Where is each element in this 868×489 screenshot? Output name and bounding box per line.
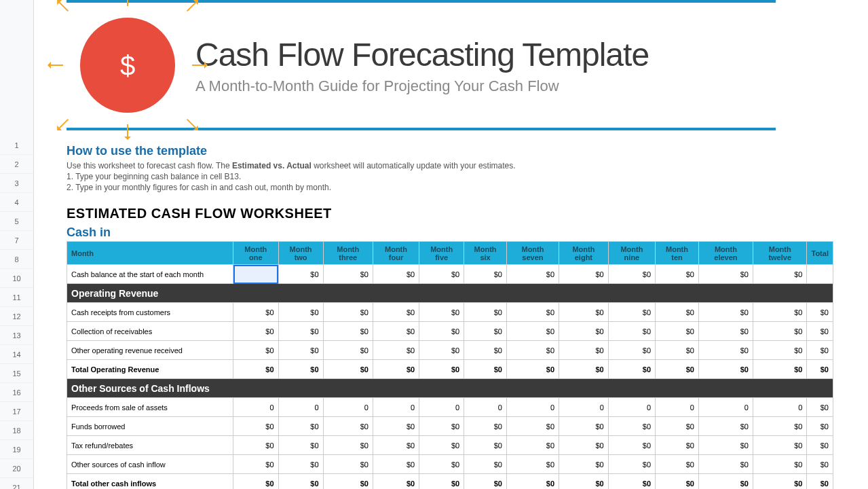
cell[interactable]	[807, 265, 833, 284]
row-number[interactable]: 2	[0, 155, 33, 174]
cell[interactable]: $0	[278, 322, 323, 341]
column-header[interactable]: Month five	[419, 242, 464, 265]
cell[interactable]: $0	[323, 303, 373, 322]
cell[interactable]: $0	[233, 341, 279, 360]
cell[interactable]: $0	[233, 436, 279, 455]
cell[interactable]: $0	[373, 303, 419, 322]
cell[interactable]: $0	[278, 341, 323, 360]
cell[interactable]: 0	[753, 398, 806, 417]
row-number[interactable]: 17	[0, 402, 33, 421]
row-number[interactable]: 3	[0, 174, 33, 193]
cell[interactable]: $0	[419, 265, 464, 284]
cell[interactable]: 0	[608, 398, 655, 417]
cell[interactable]: $0	[464, 341, 507, 360]
cell[interactable]: $0	[559, 303, 609, 322]
cell[interactable]: $0	[698, 417, 753, 436]
cell[interactable]	[233, 265, 279, 284]
cell[interactable]: 0	[559, 398, 609, 417]
cell[interactable]: 0	[373, 398, 419, 417]
cell[interactable]: $0	[419, 474, 464, 490]
cell[interactable]: $0	[373, 341, 419, 360]
cell[interactable]: $0	[373, 417, 419, 436]
cell[interactable]: $0	[559, 322, 609, 341]
cell[interactable]: $0	[608, 360, 655, 379]
row-label[interactable]: Cash balance at the start of each month	[67, 265, 233, 284]
cell[interactable]: $0	[753, 322, 806, 341]
cell[interactable]: $0	[698, 303, 753, 322]
cell[interactable]: $0	[464, 474, 507, 490]
cell[interactable]: $0	[323, 436, 373, 455]
cell[interactable]: $0	[807, 455, 833, 474]
row-number[interactable]: 12	[0, 307, 33, 326]
cell[interactable]: 0	[656, 398, 699, 417]
cell[interactable]: $0	[559, 360, 609, 379]
row-label[interactable]: Cash receipts from customers	[67, 303, 233, 322]
cell[interactable]: $0	[464, 303, 507, 322]
cell[interactable]: $0	[464, 322, 507, 341]
cell[interactable]: $0	[698, 474, 753, 490]
cell[interactable]: $0	[278, 436, 323, 455]
cell[interactable]: $0	[419, 341, 464, 360]
cell[interactable]: $0	[506, 455, 559, 474]
cell[interactable]: $0	[373, 436, 419, 455]
cell[interactable]: $0	[419, 417, 464, 436]
row-number[interactable]: 13	[0, 326, 33, 345]
cell[interactable]: $0	[506, 360, 559, 379]
cell[interactable]: $0	[698, 341, 753, 360]
column-header[interactable]: Month one	[233, 242, 279, 265]
cell[interactable]: $0	[656, 265, 699, 284]
row-number[interactable]: 8	[0, 250, 33, 269]
row-number[interactable]: 14	[0, 345, 33, 364]
cell[interactable]: 0	[506, 398, 559, 417]
cell[interactable]: $0	[323, 265, 373, 284]
cell[interactable]: $0	[233, 474, 279, 490]
cell[interactable]: $0	[753, 265, 806, 284]
cashflow-table[interactable]: MonthMonth oneMonth twoMonth threeMonth …	[67, 241, 833, 489]
row-label[interactable]: Proceeds from sale of assets	[67, 398, 233, 417]
cell[interactable]: $0	[233, 303, 279, 322]
cell[interactable]: $0	[464, 360, 507, 379]
cell[interactable]: $0	[419, 360, 464, 379]
row-label[interactable]: Collection of receivables	[67, 322, 233, 341]
column-header[interactable]: Month	[67, 242, 233, 265]
cell[interactable]: $0	[807, 303, 833, 322]
cell[interactable]: $0	[656, 455, 699, 474]
cell[interactable]: $0	[608, 303, 655, 322]
cell[interactable]: $0	[807, 360, 833, 379]
cell[interactable]: $0	[323, 322, 373, 341]
cell[interactable]: $0	[753, 360, 806, 379]
cell[interactable]: $0	[233, 417, 279, 436]
cell[interactable]: $0	[807, 474, 833, 490]
cell[interactable]: $0	[753, 474, 806, 490]
cell[interactable]: $0	[233, 360, 279, 379]
cell[interactable]: $0	[464, 436, 507, 455]
cell[interactable]: $0	[373, 474, 419, 490]
row-label[interactable]: Total Operating Revenue	[67, 360, 233, 379]
cell[interactable]: $0	[506, 303, 559, 322]
cell[interactable]: $0	[807, 436, 833, 455]
cell[interactable]: $0	[506, 265, 559, 284]
row-number[interactable]: 10	[0, 269, 33, 288]
cell[interactable]: $0	[323, 341, 373, 360]
cell[interactable]: $0	[608, 265, 655, 284]
cell[interactable]: $0	[278, 360, 323, 379]
row-label[interactable]: Tax refund/rebates	[67, 436, 233, 455]
cell[interactable]: $0	[278, 417, 323, 436]
row-number[interactable]: 21	[0, 478, 33, 489]
column-header[interactable]: Month two	[278, 242, 323, 265]
cell[interactable]: 0	[419, 398, 464, 417]
cell[interactable]: $0	[608, 455, 655, 474]
cell[interactable]: $0	[559, 341, 609, 360]
cell[interactable]: $0	[323, 474, 373, 490]
row-number[interactable]: 18	[0, 421, 33, 440]
cell[interactable]: $0	[419, 436, 464, 455]
column-header[interactable]: Month eight	[559, 242, 609, 265]
cell[interactable]: $0	[559, 417, 609, 436]
column-header[interactable]: Month seven	[506, 242, 559, 265]
cell[interactable]: $0	[233, 322, 279, 341]
cell[interactable]: $0	[608, 474, 655, 490]
cell[interactable]: $0	[753, 436, 806, 455]
cell[interactable]: $0	[506, 322, 559, 341]
cell[interactable]: $0	[656, 341, 699, 360]
cell[interactable]: $0	[753, 455, 806, 474]
